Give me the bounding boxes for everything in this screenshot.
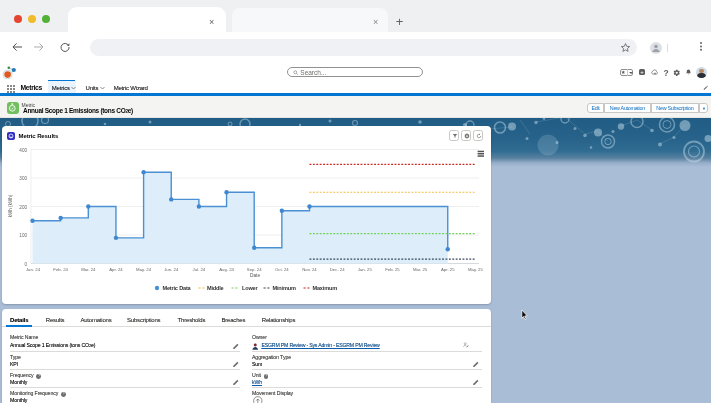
svg-text:Mar. 25: Mar. 25 [413,267,428,272]
svg-text:0: 0 [24,261,27,266]
svg-text:Aug. 24: Aug. 24 [219,267,234,272]
svg-text:Nov. 24: Nov. 24 [302,267,317,272]
svg-text:Date: Date [250,273,260,278]
svg-text:Sep. 24: Sep. 24 [247,267,262,272]
svg-text:Jul. 24: Jul. 24 [193,267,206,272]
svg-text:May. 25: May. 25 [468,267,484,272]
svg-text:May. 24: May. 24 [136,267,152,272]
svg-text:200: 200 [19,204,27,209]
svg-text:Mar. 24: Mar. 24 [81,267,96,272]
svg-text:Dec. 24: Dec. 24 [330,267,345,272]
svg-text:Jun. 24: Jun. 24 [164,267,179,272]
svg-text:Feb. 25: Feb. 25 [385,267,400,272]
svg-text:Apr. 25: Apr. 25 [441,267,455,272]
svg-text:300: 300 [19,176,27,181]
svg-text:Maximum: Maximum [313,285,338,291]
svg-text:Jan. 24: Jan. 24 [26,267,41,272]
svg-text:Minimum: Minimum [273,285,296,291]
svg-text:Oct. 24: Oct. 24 [275,267,289,272]
svg-text:Metric Data: Metric Data [163,285,192,291]
svg-text:Middle: Middle [207,285,224,291]
svg-text:Jan. 25: Jan. 25 [358,267,373,272]
svg-text:Lower: Lower [242,285,258,291]
svg-text:100: 100 [19,233,27,238]
svg-text:400: 400 [19,147,27,152]
svg-text:kWh (kWh): kWh (kWh) [8,194,13,217]
svg-text:Apr. 24: Apr. 24 [109,267,123,272]
svg-text:Feb. 24: Feb. 24 [53,267,68,272]
